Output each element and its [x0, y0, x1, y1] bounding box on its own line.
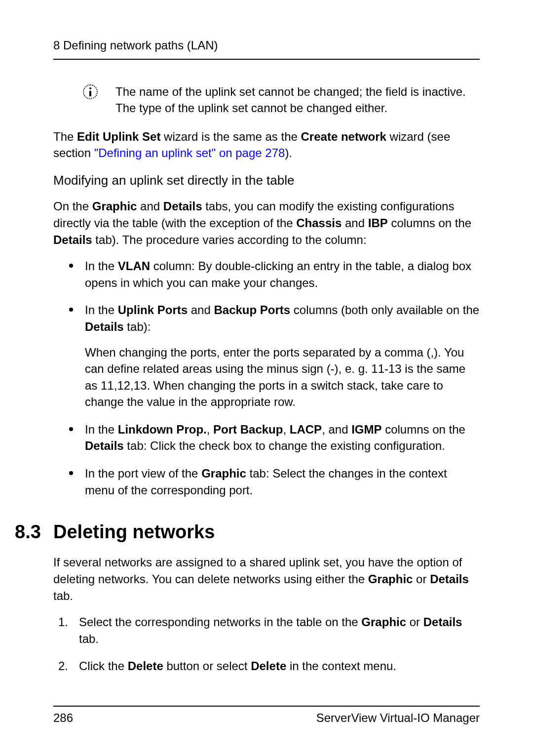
bold-text: Graphic [92, 199, 137, 213]
bold-text: Backup Ports [214, 303, 290, 317]
text: In the port view of the [85, 467, 201, 480]
info-note-text: The name of the uplink set cannot be cha… [115, 83, 480, 117]
text: button or select [163, 659, 251, 673]
running-header: 8 Defining network paths (LAN) [53, 37, 480, 54]
list-item: Click the Delete button or select Delete… [58, 658, 480, 675]
bold-text: IGMP [351, 423, 381, 436]
bold-text: Graphic [361, 615, 406, 629]
section-title: Deleting networks [53, 519, 215, 545]
text: tab). The procedure varies according to … [92, 233, 367, 246]
bold-text: Delete [251, 659, 286, 673]
text: or [413, 572, 430, 586]
bold-text: Details [53, 233, 92, 246]
info-note: The name of the uplink set cannot be cha… [83, 83, 480, 117]
paragraph-wizard: The Edit Uplink Set wizard is the same a… [53, 128, 480, 161]
text: or [406, 615, 423, 629]
text: , and [322, 423, 351, 436]
text: and [342, 216, 368, 230]
bold-text: IBP [368, 216, 388, 230]
text: , [283, 423, 289, 436]
text: ). [285, 146, 292, 159]
text: Click the [79, 659, 128, 673]
paragraph-tabs: On the Graphic and Details tabs, you can… [53, 198, 480, 248]
bold-text: Port Backup [213, 423, 283, 436]
bold-text: Graphic [201, 467, 246, 480]
text: On the [53, 199, 92, 213]
bold-text: Chassis [296, 216, 342, 230]
page-number: 286 [53, 710, 73, 726]
text: columns (both only available on the [290, 303, 479, 317]
bold-text: LACP [290, 423, 322, 436]
text: tab): [124, 320, 151, 333]
text: and [188, 303, 214, 317]
link-defining-uplink[interactable]: "Defining an uplink set" on page 278 [94, 146, 285, 159]
section-number: 8.3 [15, 519, 53, 545]
text: columns on the [382, 423, 465, 436]
numbered-list: Select the corresponding networks in the… [58, 614, 480, 675]
text: in the context menu. [286, 659, 396, 673]
bold-text: Linkdown Prop. [118, 423, 207, 436]
text: In the [85, 303, 118, 317]
list-item: In the VLAN column: By double-clicking a… [69, 258, 480, 291]
bold-text: Details [85, 439, 124, 452]
sub-paragraph: When changing the ports, enter the ports… [85, 344, 480, 410]
bold-text: Delete [128, 659, 163, 673]
bold-text: Uplink Ports [118, 303, 188, 317]
list-item: In the Linkdown Prop., Port Backup, LACP… [69, 421, 480, 454]
page-footer: 286 ServerView Virtual-IO Manager [53, 706, 480, 726]
bullet-list: In the VLAN column: By double-clicking a… [69, 258, 480, 498]
subheading-modifying: Modifying an uplink set directly in the … [53, 171, 480, 189]
section-heading: 8.3 Deleting networks [15, 519, 480, 545]
text: tab. [53, 589, 73, 602]
list-item: In the port view of the Graphic tab: Sel… [69, 465, 480, 498]
product-name: ServerView Virtual-IO Manager [316, 710, 480, 726]
bold-text: VLAN [118, 259, 150, 273]
bold-text: Create network [301, 130, 386, 143]
bold-text: Details [423, 615, 462, 629]
text: columns on the [388, 216, 471, 230]
bold-text: Details [85, 320, 124, 333]
text: tab. [79, 632, 99, 645]
text: and [137, 199, 163, 213]
text: The [53, 130, 77, 143]
bold-text: Graphic [368, 572, 413, 586]
text: Select the corresponding networks in the… [79, 615, 361, 629]
info-icon [83, 84, 98, 99]
text: tab: Click the check box to change the e… [124, 439, 445, 452]
text: In the [85, 423, 118, 436]
bold-text: Details [430, 572, 469, 586]
text: In the [85, 259, 118, 273]
text: wizard is the same as the [160, 130, 301, 143]
paragraph-delete-intro: If several networks are assigned to a sh… [53, 554, 480, 604]
list-item: In the Uplink Ports and Backup Ports col… [69, 302, 480, 410]
list-item: Select the corresponding networks in the… [58, 614, 480, 647]
bold-text: Details [163, 199, 202, 213]
header-rule [53, 59, 480, 60]
bold-text: Edit Uplink Set [77, 130, 160, 143]
text: , [207, 423, 213, 436]
footer-rule [53, 706, 480, 707]
